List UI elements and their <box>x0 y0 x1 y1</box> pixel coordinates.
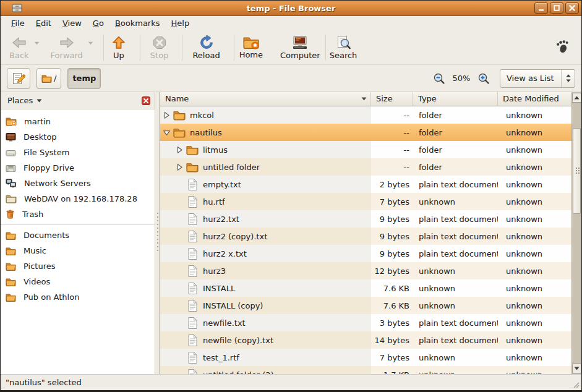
scroll-up-button[interactable] <box>572 93 581 103</box>
file-name: hurz3 <box>203 266 226 276</box>
expander-collapsed-icon[interactable] <box>163 111 171 119</box>
view-selector[interactable]: View as List <box>500 69 575 88</box>
sidebar-item-videos[interactable]: Videos <box>1 274 155 289</box>
minimize-button[interactable] <box>534 2 548 14</box>
file-row-install[interactable]: INSTALL 7.6 KB unknown unknown <box>160 279 571 297</box>
file-size: 7 bytes <box>371 349 413 366</box>
sidebar-item-pictures[interactable]: Pictures <box>1 258 155 274</box>
expander-expanded-icon[interactable] <box>163 129 171 137</box>
toolbar-computer-button[interactable]: Computer <box>276 33 324 62</box>
sidebar-item-network-servers[interactable]: Network Servers <box>1 176 155 191</box>
file-row-hu-rtf[interactable]: hu.rtf 7 bytes unknown unknown <box>160 193 571 210</box>
zoom-level: 50% <box>445 74 477 83</box>
menu-help[interactable]: Help <box>166 17 195 30</box>
file-type: plain text document <box>413 245 498 262</box>
view-selector-spinner[interactable] <box>561 70 575 87</box>
sidebar-item-pub-on-athlon[interactable]: Pub on Athlon <box>1 289 155 305</box>
expander-collapsed-icon[interactable] <box>176 163 184 171</box>
sidebar-item-music[interactable]: Music <box>1 243 155 258</box>
column-header-name[interactable]: Name <box>160 92 371 106</box>
window-title: temp - File Browser <box>1 4 581 13</box>
places-header: Places <box>1 92 155 109</box>
menu-view[interactable]: View <box>57 17 87 30</box>
titlebar[interactable]: temp - File Browser <box>1 1 581 16</box>
places-sidebar: Places martin Desktop File System Floppy… <box>1 92 155 374</box>
toolbar-up-button[interactable]: Up <box>108 33 130 62</box>
menu-bookmarks[interactable]: Bookmarks <box>109 17 166 30</box>
close-button[interactable] <box>565 2 579 14</box>
sidebar-item-desktop[interactable]: Desktop <box>1 129 155 145</box>
file-date-modified: unknown <box>498 297 571 314</box>
file-row-hurz2-copy-txt[interactable]: hurz2 (copy).txt 9 bytes plain text docu… <box>160 228 571 245</box>
file-row-untitled-folder-2[interactable]: untitled folder (2) 1.7 KB unknown unkno… <box>160 366 571 374</box>
file-row-mkcol[interactable]: mkcol -- folder unknown <box>160 106 571 124</box>
file-manager-window-icon[interactable] <box>12 3 23 13</box>
menu-go[interactable]: Go <box>87 17 109 30</box>
folder-icon <box>186 143 199 156</box>
file-row-hurz3[interactable]: hurz3 12 bytes unknown unknown <box>160 262 571 279</box>
dropdown-arrow-icon <box>36 99 42 103</box>
menu-edit[interactable]: Edit <box>30 17 57 30</box>
close-sidebar-button[interactable] <box>142 96 150 105</box>
file-row-newfile-copy-txt[interactable]: newfile (copy).txt 14 bytes plain text d… <box>160 331 571 349</box>
file-row-newfile-txt[interactable]: newfile.txt 3 bytes plain text document … <box>160 314 571 331</box>
file-type: folder <box>413 124 498 141</box>
maximize-button[interactable] <box>550 2 563 14</box>
file-row-empty-txt[interactable]: empty.txt 2 bytes plain text document un… <box>160 176 571 193</box>
view-selector-value: View as List <box>500 74 561 83</box>
file-row-untitled-folder[interactable]: untitled folder -- folder unknown <box>160 158 571 176</box>
vertical-scrollbar[interactable] <box>571 92 581 374</box>
toolbar-stop-button[interactable]: Stop <box>147 33 173 62</box>
expander-collapsed-icon[interactable] <box>176 146 184 154</box>
file-size: -- <box>371 124 413 141</box>
file-size: 7 bytes <box>371 193 413 210</box>
gnome-foot-icon <box>554 40 570 56</box>
column-header-size[interactable]: Size <box>371 92 413 106</box>
folder-small-icon <box>6 293 16 302</box>
file-name: newfile (copy).txt <box>203 336 273 345</box>
toolbar-home-button[interactable]: Home <box>236 34 267 61</box>
file-date-modified: unknown <box>498 193 571 210</box>
toolbar-search-button[interactable]: Search <box>326 33 361 62</box>
sidebar-item-trash[interactable]: Trash <box>1 207 155 222</box>
file-size: -- <box>371 106 413 124</box>
menu-file[interactable]: File <box>6 17 30 30</box>
sidebar-item-file-system[interactable]: File System <box>1 145 155 160</box>
toolbar-reload-button[interactable]: Reload <box>189 33 223 62</box>
sidebar-item-documents[interactable]: Documents <box>1 228 155 243</box>
toolbar-forward-dropdown-arrow[interactable] <box>88 41 93 45</box>
file-row-test-1-rtf[interactable]: test_1.rtf 7 bytes unknown unknown <box>160 349 571 366</box>
scrollbar-thumb[interactable] <box>573 128 581 214</box>
places-selector[interactable]: Places <box>5 95 45 106</box>
edit-location-button[interactable] <box>7 68 30 89</box>
zoom-in-button[interactable] <box>477 72 490 85</box>
file-row-hurz2-x-txt[interactable]: hurz2 x.txt 9 bytes plain text document … <box>160 245 571 262</box>
folder-icon <box>186 161 199 173</box>
text-file-icon <box>186 282 199 294</box>
file-type: plain text document <box>413 210 498 228</box>
sidebar-item-label: Floppy Drive <box>24 163 74 173</box>
zoom-out-button[interactable] <box>433 72 445 85</box>
sidebar-item-webdav-on-192-168-178-28[interactable]: WebDAV on 192.168.178.28 <box>1 191 155 207</box>
file-row-install-copy[interactable]: INSTALL (copy) 7.6 KB unknown unknown <box>160 297 571 314</box>
toolbar-back-dropdown-arrow[interactable] <box>34 41 40 45</box>
toolbar-up-label: Up <box>113 51 124 60</box>
floppy-icon <box>6 164 16 173</box>
column-header-date-modified[interactable]: Date Modified <box>498 92 571 106</box>
column-header-type[interactable]: Type <box>413 92 498 106</box>
sidebar-item-martin[interactable]: martin <box>1 114 155 129</box>
scroll-down-button[interactable] <box>572 364 581 373</box>
main-area: Places martin Desktop File System Floppy… <box>1 92 581 374</box>
sidebar-item-floppy-drive[interactable]: Floppy Drive <box>1 160 155 176</box>
toolbar-separator <box>140 35 140 61</box>
path-button-temp[interactable]: temp <box>67 68 101 89</box>
places-label: Places <box>7 96 33 105</box>
toolbar-back-button[interactable]: Back <box>6 33 33 62</box>
root-folder-button[interactable]: / <box>36 68 61 89</box>
toolbar-forward-button[interactable]: Forward <box>47 33 87 62</box>
file-row-nautilus[interactable]: nautilus -- folder unknown <box>160 124 571 141</box>
file-row-hurz2-txt[interactable]: hurz2.txt 9 bytes plain text document un… <box>160 210 571 228</box>
resize-grip[interactable] <box>571 380 580 389</box>
scrollbar-grip <box>575 167 580 174</box>
file-row-litmus[interactable]: litmus -- folder unknown <box>160 141 571 158</box>
